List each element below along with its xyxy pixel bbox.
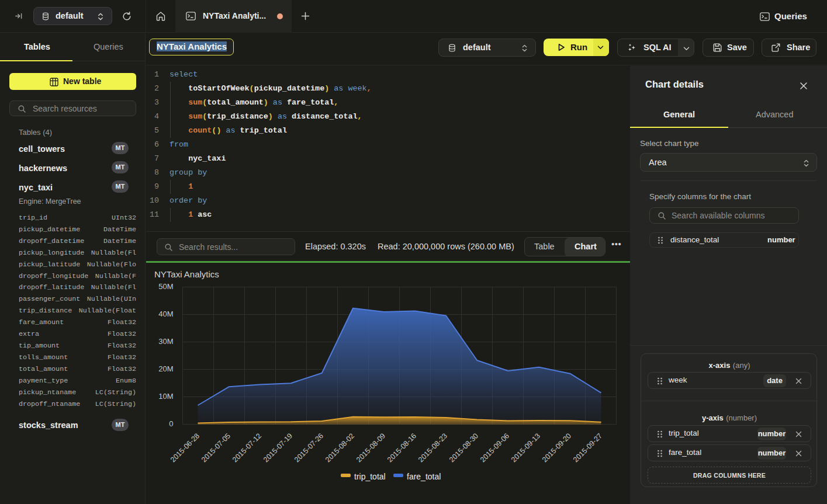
svg-text:20M: 20M — [158, 364, 173, 373]
svg-text:trip_total: trip_total — [354, 472, 386, 481]
svg-text:2015-06-28: 2015-06-28 — [169, 432, 201, 464]
svg-text:10M: 10M — [158, 392, 173, 401]
svg-text:0: 0 — [169, 419, 173, 428]
svg-text:2015-08-09: 2015-08-09 — [355, 432, 387, 464]
svg-text:2015-08-16: 2015-08-16 — [386, 432, 418, 464]
svg-text:fare_total: fare_total — [407, 472, 441, 481]
svg-text:2015-07-12: 2015-07-12 — [231, 432, 263, 464]
svg-text:2015-08-02: 2015-08-02 — [324, 432, 356, 464]
svg-text:2015-09-20: 2015-09-20 — [541, 432, 573, 464]
svg-text:2015-07-26: 2015-07-26 — [293, 432, 325, 464]
svg-text:2015-07-05: 2015-07-05 — [200, 432, 232, 464]
svg-text:2015-08-23: 2015-08-23 — [417, 432, 449, 464]
svg-text:50M: 50M — [158, 282, 173, 291]
svg-text:2015-09-13: 2015-09-13 — [510, 432, 542, 464]
svg-text:40M: 40M — [158, 310, 173, 318]
svg-text:2015-08-30: 2015-08-30 — [448, 432, 480, 464]
svg-text:30M: 30M — [158, 337, 173, 346]
svg-text:2015-09-06: 2015-09-06 — [479, 432, 511, 464]
svg-text:2015-07-19: 2015-07-19 — [262, 432, 294, 464]
svg-text:2015-09-27: 2015-09-27 — [572, 432, 604, 464]
